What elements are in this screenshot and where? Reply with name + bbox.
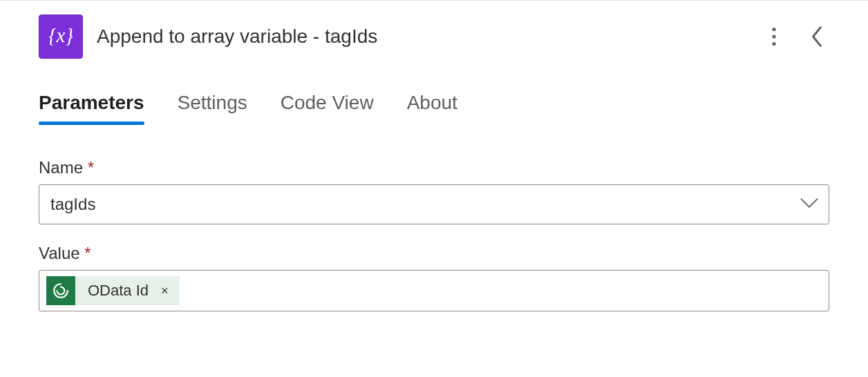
name-field-group: Name * tagIds — [39, 158, 829, 224]
vertical-ellipsis-icon — [771, 27, 777, 46]
required-mark: * — [88, 158, 94, 177]
header-actions — [766, 20, 829, 53]
tab-settings[interactable]: Settings — [178, 92, 247, 125]
token-label: OData Id — [85, 282, 149, 300]
tab-list: Parameters Settings Code View About — [0, 59, 868, 125]
panel-header: {x} Append to array variable - tagIds — [0, 1, 868, 59]
name-select[interactable]: tagIds — [39, 184, 829, 224]
swirl-icon — [52, 282, 70, 300]
value-label-text: Value — [39, 244, 80, 262]
variable-action-icon: {x} — [39, 14, 83, 59]
svg-text:{x}: {x} — [48, 24, 73, 46]
token-remove-button[interactable]: × — [158, 284, 171, 297]
tab-parameters[interactable]: Parameters — [39, 92, 144, 125]
collapse-button[interactable] — [804, 20, 829, 53]
required-mark: * — [84, 244, 91, 262]
svg-point-3 — [772, 42, 775, 46]
value-label: Value * — [39, 244, 829, 263]
value-field-group: Value * OData Id × — [39, 244, 829, 311]
chevron-down-icon — [800, 197, 819, 212]
tab-code-view[interactable]: Code View — [281, 92, 374, 125]
dataverse-connector-icon — [46, 276, 75, 305]
parameters-form: Name * tagIds Value * — [0, 125, 868, 311]
tab-about[interactable]: About — [407, 92, 457, 125]
name-label: Name * — [39, 158, 829, 177]
more-options-button[interactable] — [766, 21, 782, 52]
chevron-left-icon — [810, 26, 824, 48]
dynamic-content-token[interactable]: OData Id × — [46, 276, 180, 305]
action-title: Append to array variable - tagIds — [97, 26, 752, 48]
svg-point-1 — [772, 28, 775, 31]
value-input[interactable]: OData Id × — [39, 270, 829, 311]
action-config-panel: {x} Append to array variable - tagIds Pa… — [0, 0, 868, 377]
svg-point-2 — [772, 35, 775, 38]
name-select-value: tagIds — [50, 195, 95, 214]
braces-x-icon: {x} — [46, 22, 75, 51]
name-label-text: Name — [39, 158, 83, 177]
